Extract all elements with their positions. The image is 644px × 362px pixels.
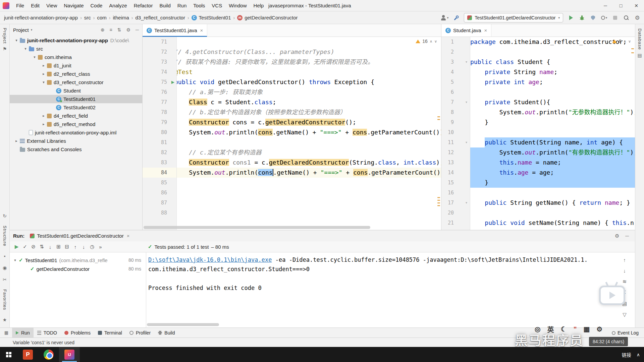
code-line-6[interactable] <box>470 87 635 97</box>
bookmark-icon[interactable]: ⚑ <box>3 46 7 52</box>
ime-language-icon[interactable]: 英 <box>547 324 554 334</box>
taskbar-chrome[interactable] <box>38 347 59 362</box>
show-ignored-icon[interactable]: ⊘ <box>29 244 38 250</box>
menu-build[interactable]: Build <box>156 0 174 11</box>
tree-item-junit-reflect-annotation-proxy-app.iml[interactable]: junit-reflect-annotation-proxy-app.iml <box>10 128 142 137</box>
error-stripe-mark[interactable] <box>631 48 634 49</box>
console-line-2[interactable]: com.itheima.d3_reflect_constructor.Stude… <box>148 264 614 274</box>
inspections-widget[interactable]: 16 ∧ ∨ <box>416 39 437 44</box>
code-line-12[interactable]: System.out.println("有参数构造器执行！"); <box>470 147 635 158</box>
tab-student[interactable]: C Student.java × <box>441 24 491 37</box>
code-line-11[interactable]: public Student(String name, int age) { <box>470 137 635 147</box>
code-line-85[interactable] <box>177 178 441 188</box>
code-line-87[interactable] <box>177 198 441 208</box>
code-line-82[interactable]: // c.定位某个有参构造器 <box>177 147 441 158</box>
code-line-17[interactable]: public String getName() { return name; } <box>470 198 635 208</box>
code-line-7[interactable]: private Student(){ <box>470 97 635 107</box>
menu-run[interactable]: Run <box>174 0 190 11</box>
menu-window[interactable]: Window <box>225 0 250 11</box>
ime-settings-icon[interactable]: ⚙ <box>596 325 602 333</box>
menu-analyze[interactable]: Analyze <box>106 0 130 11</box>
ime-logo-icon[interactable]: ◎ <box>535 325 540 333</box>
tree-item-TestStudent02[interactable]: CTestStudent02 <box>10 103 142 112</box>
breadcrumb-com[interactable]: com <box>97 15 106 20</box>
debug-button[interactable] <box>579 14 585 22</box>
fold-arrow-icon[interactable]: ▾ <box>466 137 467 147</box>
console-line-1[interactable]: D:\soft\Java\jdk-16.0.1\bin\java.exe -ea… <box>148 255 614 264</box>
stop-square-icon[interactable]: ▪ <box>4 253 6 259</box>
code-line-10[interactable] <box>470 127 635 137</box>
structure-tool-button[interactable]: Structure <box>2 226 7 246</box>
snippet-icon[interactable]: ✂ <box>3 277 7 282</box>
tool-tab-run[interactable]: Run <box>12 328 34 338</box>
down-the-stack-trace-icon[interactable]: ↓ <box>623 268 626 274</box>
code-line-86[interactable] <box>177 188 441 198</box>
menu-file[interactable]: File <box>13 0 28 11</box>
favorites-star-icon[interactable]: ★ <box>3 317 7 322</box>
tab-teststudent01[interactable]: C TestStudent01.java × <box>143 24 207 37</box>
error-stripe-mark[interactable] <box>437 205 440 206</box>
expand-all-icon[interactable]: ⊞ <box>54 244 63 250</box>
code-line-3[interactable]: public class Student { <box>470 57 635 67</box>
tree-chevron-icon[interactable]: ▾ <box>23 47 28 51</box>
menu-tools[interactable]: Tools <box>190 0 208 11</box>
tree-item-Student[interactable]: CStudent <box>10 86 142 95</box>
tool-tab-terminal[interactable]: Terminal <box>94 328 126 338</box>
ime-punctuation-icon[interactable]: ” <box>573 325 577 333</box>
show-passed-icon[interactable]: ✓ <box>21 244 29 250</box>
up-the-stack-trace-icon[interactable]: ↑ <box>623 257 626 263</box>
code-line-83[interactable]: Constructor cons1 = c.getDeclaredConstru… <box>177 158 441 168</box>
tree-chevron-icon[interactable]: ▾ <box>14 38 19 43</box>
menu-navigate[interactable]: Navigate <box>60 0 87 11</box>
error-stripe-mark[interactable] <box>437 116 440 117</box>
tool-tab-problems[interactable]: Problems <box>61 328 94 338</box>
tree-chevron-icon[interactable]: ▸ <box>41 114 46 118</box>
code-line-74[interactable]: @Test <box>177 67 441 77</box>
code-line-72[interactable]: // 4.getConstructor(Class... parameterTy… <box>177 47 441 57</box>
maximize-button[interactable]: □ <box>613 0 629 11</box>
run-test-icon[interactable]: ▶ <box>171 77 174 87</box>
code-line-2[interactable] <box>470 47 635 57</box>
code-line-1[interactable]: package com.itheima.d3_reflect_construct… <box>470 37 635 47</box>
coverage-button[interactable] <box>590 14 596 22</box>
code-line-16[interactable] <box>470 188 635 198</box>
inspections-widget[interactable]: 6 ∧ ∨ <box>612 39 631 44</box>
close-button[interactable]: ✕ <box>629 0 644 11</box>
test-item-getDeclaredConstructor[interactable]: ✓getDeclaredConstructor80 ms <box>10 264 146 273</box>
fold-arrow-icon[interactable]: ▾ <box>466 57 467 67</box>
ime-keyboard-icon[interactable]: ▦ <box>583 325 590 333</box>
code-line-81[interactable] <box>177 137 441 147</box>
tree-item-d5_reflect_method[interactable]: ▸d5_reflect_method <box>10 120 142 128</box>
tree-chevron-icon[interactable]: ▸ <box>41 122 46 126</box>
previous-test-icon[interactable]: ↑ <box>71 244 79 250</box>
menu-help[interactable]: Help <box>250 0 267 11</box>
collapse-all-icon[interactable]: ⇅ <box>117 27 121 33</box>
favorites-tool-button[interactable]: Favorites <box>2 289 7 310</box>
menu-code[interactable]: Code <box>87 0 106 11</box>
code-line-14[interactable]: this.age = age; <box>470 168 635 178</box>
locate-file-icon[interactable]: ⊕ <box>101 27 105 33</box>
tool-tab-todo[interactable]: TODO <box>34 328 61 338</box>
gear-icon[interactable]: ⚙ <box>615 233 619 239</box>
build-project-button[interactable] <box>453 14 460 22</box>
search-everywhere-button[interactable] <box>623 14 630 22</box>
version-control-icon[interactable]: ↻ <box>3 213 7 219</box>
code-line-5[interactable]: private int age; <box>470 77 635 87</box>
fold-arrow-icon[interactable]: ▾ <box>466 198 467 208</box>
code-line-75[interactable]: public void getDeclaredConstructor() thr… <box>177 77 441 87</box>
error-stripe-mark[interactable] <box>631 52 634 53</box>
code-area[interactable]: package com.itheima.d3_reflect_construct… <box>470 37 635 230</box>
menu-view[interactable]: View <box>43 0 60 11</box>
code-line-20[interactable] <box>470 208 635 218</box>
next-warning-icon[interactable]: ∨ <box>434 39 437 44</box>
close-tab-icon[interactable]: × <box>200 27 203 33</box>
console-link[interactable]: D:\soft\Java\jdk-16.0.1\bin\java.exe <box>148 256 272 263</box>
code-line-8[interactable]: System.out.println("无参数构造器执行！"); <box>470 107 635 117</box>
clear-console-icon[interactable]: ▽ <box>623 312 627 318</box>
run-panel-tab[interactable]: TestStudent01.getDeclaredConstructor × <box>30 233 129 239</box>
tree-chevron-icon[interactable]: ▾ <box>12 258 18 262</box>
console-output[interactable]: D:\soft\Java\jdk-16.0.1\bin\java.exe -ea… <box>146 252 614 327</box>
tree-chevron-icon[interactable]: ▸ <box>14 139 19 143</box>
tool-window-switcher-icon[interactable]: ▦ <box>2 330 11 335</box>
tray-chevron-icon[interactable]: ∧ <box>637 352 640 357</box>
